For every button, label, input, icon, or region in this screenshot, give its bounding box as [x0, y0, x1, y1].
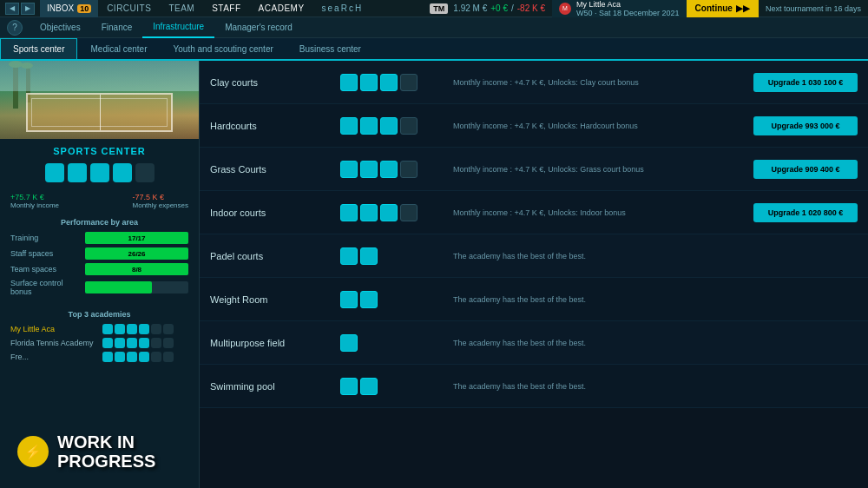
- nav-managers-record[interactable]: Manager's record: [214, 17, 303, 38]
- facility-name: Swimming pool: [210, 381, 332, 392]
- top3-row-1: My Little Aca: [10, 324, 188, 334]
- monthly-income: +75.7 K € Monthly income: [10, 193, 59, 209]
- dot-4: [113, 163, 132, 182]
- facility-desc: Monthly income : +4.7 K €, Unlocks: Clay…: [453, 78, 745, 87]
- facility-level-dots: [340, 247, 444, 265]
- perf-team-label: Team spaces: [10, 265, 80, 274]
- upgrade-button[interactable]: Upgrade 909 400 €: [753, 160, 858, 179]
- tab-medical-center[interactable]: Medical center: [77, 38, 160, 59]
- top3-row-3: Fre...: [10, 352, 188, 362]
- nav-objectives[interactable]: Objectives: [30, 17, 91, 38]
- facility-level-dots: [340, 117, 444, 135]
- nav-academy[interactable]: ACADEMY: [250, 0, 313, 17]
- perf-staff-spaces: Staff spaces 26/26: [10, 247, 188, 260]
- top3-title: Top 3 academies: [10, 310, 188, 319]
- help-button[interactable]: ?: [7, 20, 23, 36]
- left-panel: SPORTS CENTER +75.7 K € Monthly income -…: [0, 61, 200, 488]
- nav-team[interactable]: TEAM: [160, 0, 203, 17]
- facility-level-dots: [340, 291, 444, 308]
- delta-positive: +0 €: [490, 3, 508, 13]
- tm-badge: TM: [430, 3, 448, 14]
- facility-level-dots: [340, 378, 444, 395]
- dot-5: [135, 163, 155, 182]
- manager-name: My Little Aca: [576, 0, 680, 9]
- facility-name: Weight Room: [210, 294, 332, 305]
- top3-dots-1: [102, 324, 174, 334]
- upgrade-button[interactable]: Upgrade 1 020 800 €: [753, 203, 858, 222]
- facility-multipurpose: Multipurpose field The academy has the b…: [200, 321, 868, 365]
- top3-name-2: Florida Tennis Academy: [10, 339, 97, 347]
- dot-1: [45, 163, 64, 182]
- tab-youth-scouting[interactable]: Youth and scouting center: [161, 38, 286, 59]
- nav-staff[interactable]: STAFF: [203, 0, 249, 17]
- facility-name: Clay courts: [210, 77, 332, 88]
- income-label: Monthly income: [10, 201, 59, 209]
- manager-info: M My Little Aca W50 · Sat 18 December 20…: [552, 0, 687, 17]
- perf-staff-label: Staff spaces: [10, 249, 80, 258]
- top3-row-2: Florida Tennis Academy: [10, 338, 188, 348]
- facility-name: Hardcourts: [210, 121, 332, 131]
- monthly-expenses: -77.5 K € Monthly expenses: [133, 193, 188, 209]
- perf-surface-bar: [85, 281, 188, 293]
- currency-info: 1.92 M € +0 € / -82 K €: [453, 3, 545, 13]
- nav-arrows: ◀ ▶: [0, 3, 40, 15]
- top3-dots-3: [102, 352, 174, 362]
- wip-text: WORK IN PROGRESS: [57, 432, 155, 471]
- expenses-value: -77.5 K €: [133, 193, 188, 201]
- upgrade-button[interactable]: Upgrade 1 030 100 €: [753, 73, 858, 92]
- dot-3: [90, 163, 109, 182]
- currency-value: 1.92 M €: [453, 3, 487, 13]
- inbox-button[interactable]: INBOX 10: [40, 0, 98, 17]
- inbox-label: INBOX: [47, 3, 74, 13]
- facility-desc: The academy has the best of the best.: [453, 252, 858, 260]
- facility-desc: The academy has the best of the best.: [453, 339, 858, 347]
- manager-date: W50 · Sat 18 December 2021: [576, 9, 680, 17]
- facility-name: Padel courts: [210, 251, 332, 261]
- nav-search[interactable]: seaRcH: [313, 0, 372, 17]
- facility-dots: [0, 160, 199, 189]
- income-row: +75.7 K € Monthly income -77.5 K € Month…: [0, 189, 199, 213]
- facility-hardcourts: Hardcourts Monthly income : +4.7 K €, Un…: [200, 104, 868, 148]
- search-label: seaRcH: [322, 3, 364, 13]
- performance-title: Performance by area: [10, 218, 188, 227]
- wip-logo: ⚡: [17, 436, 49, 467]
- main-content: SPORTS CENTER +75.7 K € Monthly income -…: [0, 61, 868, 488]
- perf-team-bar: 8/8: [85, 263, 188, 275]
- tab-sports-center[interactable]: Sports center: [0, 38, 77, 59]
- nav-right: TM 1.92 M € +0 € / -82 K € M My Little A…: [430, 0, 868, 17]
- inbox-count: 10: [77, 4, 91, 13]
- facility-name: Multipurpose field: [210, 338, 332, 348]
- facility-name: Indoor courts: [210, 208, 332, 218]
- facility-desc: The academy has the best of the best.: [453, 295, 858, 304]
- facility-desc: The academy has the best of the best.: [453, 382, 858, 391]
- perf-surface-label: Surface control bonus: [10, 279, 80, 296]
- second-nav: ? Objectives Finance Infrastructure Mana…: [0, 17, 868, 38]
- venue-image: [0, 61, 199, 139]
- right-panel: Clay courts Monthly income : +4.7 K €, U…: [200, 61, 868, 488]
- performance-section: Performance by area Training 17/17 Staff…: [0, 213, 199, 305]
- perf-surface-bonus: Surface control bonus: [10, 279, 188, 296]
- expenses-label: Monthly expenses: [133, 201, 188, 209]
- delta-negative: -82 K €: [517, 3, 545, 13]
- perf-team-spaces: Team spaces 8/8: [10, 263, 188, 275]
- back-arrow[interactable]: ◀: [5, 3, 19, 15]
- nav-circuits[interactable]: CIRCUITS: [98, 0, 160, 17]
- facility-level-dots: [340, 74, 444, 91]
- facility-indoor-courts: Indoor courts Monthly income : +4.7 K €,…: [200, 191, 868, 234]
- perf-training-label: Training: [10, 234, 80, 242]
- tab-business-center[interactable]: Business center: [286, 38, 374, 59]
- nav-finance[interactable]: Finance: [91, 17, 143, 38]
- upgrade-button[interactable]: Upgrade 993 000 €: [753, 116, 858, 135]
- dot-2: [68, 163, 87, 182]
- nav-infrastructure[interactable]: Infrastructure: [142, 17, 214, 38]
- income-value: +75.7 K €: [10, 193, 59, 201]
- forward-arrow[interactable]: ▶: [21, 3, 35, 15]
- perf-training: Training 17/17: [10, 232, 188, 244]
- facility-desc: Monthly income : +4.7 K €, Unlocks: Gras…: [453, 165, 745, 174]
- continue-button[interactable]: Continue ▶▶: [687, 0, 759, 17]
- facility-clay-courts: Clay courts Monthly income : +4.7 K €, U…: [200, 61, 868, 104]
- facility-level-dots: [340, 334, 444, 352]
- sports-center-title: SPORTS CENTER: [0, 139, 199, 160]
- top3-dots-2: [102, 338, 174, 348]
- facility-level-dots: [340, 161, 444, 178]
